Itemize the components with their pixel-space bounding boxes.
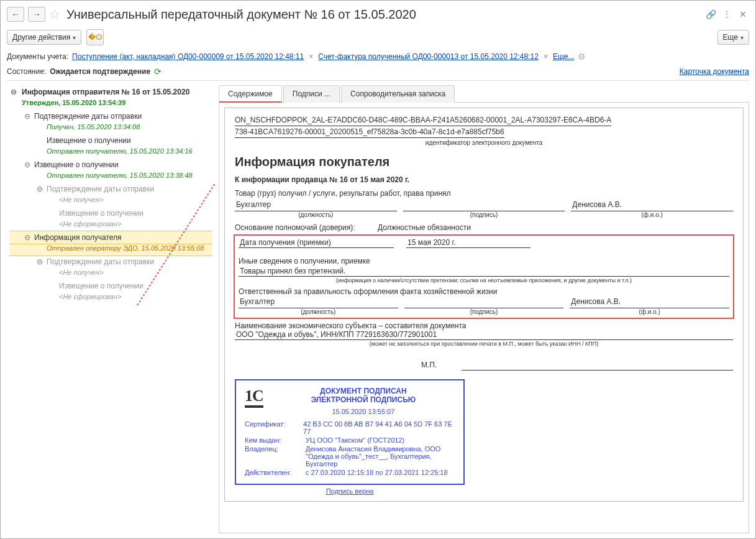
tree-node[interactable]: ⊖Извещение о получении <box>9 159 212 171</box>
doc-link-2[interactable]: Счет-фактура полученный ОД00-000013 от 1… <box>318 52 539 61</box>
signature-stamp: 1C ДОКУМЕНТ ПОДПИСАН ЭЛЕКТРОННОЙ ПОДПИСЬ… <box>235 379 465 485</box>
tab-content[interactable]: Содержимое <box>219 85 282 103</box>
tree-status: Отправлен получателю, 15.05.2020 13:34:1… <box>9 147 212 159</box>
file-id: 738-41BCA7619276-00001_20200515_ef75828a… <box>235 126 504 138</box>
page-title: Универсальный передаточный документ № 16… <box>66 7 416 22</box>
doc-link-1[interactable]: Поступление (акт, накладная) ОД00-000009… <box>72 52 304 61</box>
tree-toggle-icon[interactable]: ⊖ <box>9 88 18 96</box>
refresh-icon[interactable]: ⟳ <box>154 67 162 76</box>
tree-node[interactable]: ⊖Подтверждение даты отправки <box>9 110 212 122</box>
fio-value: Денисова А.В. <box>571 200 733 211</box>
resp-fio: Денисова А.В. <box>570 297 729 308</box>
back-button[interactable]: ← <box>7 7 24 22</box>
tree-toggle-icon[interactable]: ⊖ <box>23 233 32 242</box>
kebab-menu-icon[interactable]: ⋮ <box>721 8 733 21</box>
date-value: 15 мая 2020 г. <box>406 238 531 248</box>
gear-icon[interactable]: ⚙ <box>578 52 586 62</box>
state-label: Состояние: <box>7 67 46 76</box>
fio-caption: (ф.и.о.) <box>571 211 733 218</box>
forward-button[interactable]: → <box>28 7 45 22</box>
logo-1c-icon: 1C <box>245 387 263 408</box>
other-caption: (информация о наличии/отсутствии претенз… <box>239 277 729 287</box>
tree-root-status: Утвержден, 15.05.2020 13:54:39 <box>9 98 212 110</box>
document-panel: ON_NSCHFDOPPOK_2AL-E7ADDC60-D48C-489C-BB… <box>219 103 749 533</box>
received-label: Товар (груз) получил / услуги, результат… <box>235 188 733 199</box>
tree-root[interactable]: ⊖ Информация отправителя № 16 от 15.05.2… <box>9 86 212 98</box>
tab-signatures[interactable]: Подписи ... <box>283 85 340 103</box>
subject-value: ООО "Одежда и обувь", ИНН/КПП 7729163630… <box>235 330 733 340</box>
file-id: ON_NSCHFDOPPOK_2AL-E7ADDC60-D48C-489C-BB… <box>235 114 611 126</box>
highlighted-section: Дата получения (приемки) 15 мая 2020 г. … <box>235 236 733 318</box>
tree-status: Получен, 15.05.2020 13:34:08 <box>9 122 212 134</box>
tree-status: <Не сформирован> <box>9 292 212 304</box>
tab-note[interactable]: Сопроводительная записка <box>341 85 455 103</box>
signature-verified[interactable]: Подпись верна <box>235 487 465 495</box>
close-icon[interactable]: ✕ <box>737 8 749 21</box>
resp-signature <box>404 297 564 308</box>
tree-node[interactable]: ⊖Подтверждение даты отправки <box>9 183 212 195</box>
other-value: Товары принял без претензий. <box>239 267 729 277</box>
resp-label: Ответственный за правильность оформления… <box>239 287 729 296</box>
status-tree: ⊖ Информация отправителя № 16 от 15.05.2… <box>7 85 215 533</box>
stamp-date: 15.05.2020 13:55:07 <box>272 408 455 415</box>
card-link[interactable]: Карточка документа <box>680 67 749 76</box>
doc-heading: Информация покупателя <box>235 155 733 169</box>
favorite-star-icon[interactable]: ☆ <box>49 7 60 22</box>
file-id-caption: идентификатор электронного документа <box>235 138 733 152</box>
signature-caption: (подпись) <box>403 211 565 218</box>
tree-toggle-icon[interactable]: ⊖ <box>23 112 32 121</box>
tree-status: <Не получен> <box>9 195 212 207</box>
docs-more-link[interactable]: Еще... <box>553 52 574 61</box>
signature-field <box>403 200 565 211</box>
tree-node-selected[interactable]: ⊖Информация получателя <box>9 231 212 244</box>
remove-doc-1[interactable]: × <box>307 52 314 61</box>
resp-position: Бухгалтер <box>239 297 398 308</box>
position-value: Бухгалтер <box>235 200 397 211</box>
position-caption: (должность) <box>235 211 397 218</box>
other-label: Иные сведения о получении, приемке <box>239 257 729 265</box>
doc-subheading: К информации продавца № 16 от 15 мая 202… <box>235 175 733 184</box>
tree-toggle-icon[interactable]: ⊖ <box>35 257 44 266</box>
tree-toggle-icon[interactable]: ⊖ <box>23 160 32 169</box>
mp-signature-line <box>462 359 733 371</box>
structure-button[interactable]: �ⵙ <box>86 29 104 45</box>
mp-label: М.П. <box>421 361 437 369</box>
tree-toggle-icon[interactable]: ⊖ <box>35 185 44 193</box>
tree-status: <Не получен> <box>9 268 212 280</box>
tree-status: <Не сформирован> <box>9 219 212 231</box>
content-tabs: Содержимое Подписи ... Сопроводительная … <box>219 85 749 103</box>
docs-label: Документы учета: <box>7 52 68 61</box>
tree-status: Отправлен оператору ЭДО, 15.05.2020 13:5… <box>9 244 212 256</box>
subject-label: Наименование экономического субъекта – с… <box>235 321 733 330</box>
other-actions-button[interactable]: Другие действия <box>7 30 81 45</box>
state-value: Ожидается подтверждение <box>50 67 150 76</box>
more-button[interactable]: Еще <box>717 30 749 45</box>
tree-node[interactable]: ⊖Подтверждение даты отправки <box>9 256 212 268</box>
remove-doc-2[interactable]: × <box>542 52 549 61</box>
auth-value: Должностные обязанности <box>378 223 471 232</box>
tree-status: Отправлен получателю, 15.05.2020 13:38:4… <box>9 171 212 183</box>
date-label: Дата получения (приемки) <box>239 238 394 248</box>
subject-caption: (может не заполняться при проставлении п… <box>235 340 733 351</box>
auth-label: Основание полномочий (доверия): <box>235 223 365 232</box>
tree-node[interactable]: Извещение о получении <box>9 280 212 292</box>
tree-node[interactable]: Извещение о получении <box>9 134 212 147</box>
link-icon[interactable]: 🔗 <box>704 8 717 21</box>
tree-node[interactable]: Извещение о получении <box>9 207 212 219</box>
